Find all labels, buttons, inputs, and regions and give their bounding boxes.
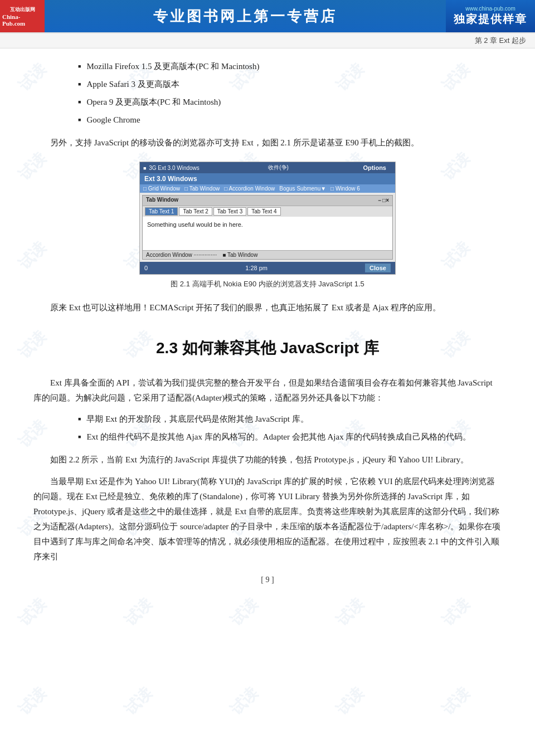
header-right-area: www.china-pub.com 独家提供样章 (446, 0, 535, 32)
menu-item-window6[interactable]: □ Window 6 (330, 186, 360, 192)
paragraph5: 当最早期 Ext 还是作为 Yahoo UI! Library(简称 YUI)的… (33, 474, 502, 564)
site-title: 专业图书网上第一专营店 (153, 7, 337, 26)
phone-menu-bar: □ Grid Window □ Tab Window □ Accordion W… (140, 184, 395, 193)
tab-content-area: Something useful would be in here. (143, 217, 392, 250)
list-item: 早期 Ext 的开发阶段，其底层代码是依附其他 JavaScript 库。 (78, 412, 502, 426)
tab-window: Tab Window －□× Tab Text 1 Tab Text 2 Tab… (142, 195, 393, 260)
figure-caption: 图 2.1 高端手机 Nokia E90 内嵌的浏览器支持 JavaScript… (171, 279, 364, 289)
list-item: Google Chrome (78, 113, 502, 126)
phone-status-icon: 收件(争) (268, 164, 289, 172)
paragraph3: Ext 库具备全面的 API，尝试着为我们提供完整的整合开发平台，但是如果结合遗… (33, 375, 502, 406)
header-title-area: 专业图书网上第一专营店 (45, 0, 446, 32)
section-heading: 2.3 如何兼容其他 JavaScript 库 (33, 338, 502, 359)
logo: 互动出版网 China-Pub.com (0, 0, 45, 32)
options-button[interactable]: Options (357, 163, 392, 172)
site-url: www.china-pub.com (465, 6, 515, 12)
intro-paragraph: 另外，支持 JavaScript 的移动设备的浏览器亦可支持 Ext，如图 2.… (33, 135, 502, 150)
phone-status-bar: ■ 3G Ext 3.0 Windows 收件(争) Options (140, 162, 395, 173)
phone-title-bar: Ext 3.0 Windows (140, 173, 395, 184)
watermark: 试读 (226, 683, 262, 720)
tab-3[interactable]: Tab Text 3 (213, 207, 246, 216)
watermark: 试读 (332, 683, 368, 720)
sample-label: 独家提供样章 (454, 12, 527, 27)
list-item: Ext 的组件代码不是按其他 Ajax 库的风格写的。Adapter 会把其他 … (78, 430, 502, 443)
tab-window-header: Tab Window －□× (143, 196, 392, 206)
logo-site-text: China-Pub.com (2, 13, 42, 27)
list-item: Apple Safari 3 及更高版本 (78, 77, 502, 91)
page-header: 互动出版网 China-Pub.com 专业图书网上第一专营店 www.chin… (0, 0, 535, 33)
chapter-bar: 第 2 章 Ext 起步 (0, 33, 535, 48)
main-content: Mozilla Firefox 1.5 及更高版本(PC 和 Macintosh… (0, 48, 535, 601)
accordion-item[interactable]: Accordion Window ··············· (146, 252, 217, 258)
close-button[interactable]: Close (365, 264, 391, 272)
watermark: 试读 (437, 683, 474, 720)
paragraph4: 如图 2.2 所示，当前 Ext 为流行的 JavaScript 库提供了功能的… (33, 452, 502, 467)
list-item: Opera 9 及更高版本(PC 和 Macintosh) (78, 95, 502, 109)
browser-list: Mozilla Firefox 1.5 及更高版本(PC 和 Macintosh… (78, 60, 502, 126)
adapter-list: 早期 Ext 的开发阶段，其底层代码是依附其他 JavaScript 库。 Ex… (78, 412, 502, 443)
menu-item-grid[interactable]: □ Grid Window (143, 186, 180, 192)
menu-item-accordion[interactable]: □ Accordion Window (224, 186, 275, 192)
tab-2[interactable]: Tab Text 2 (179, 207, 212, 216)
tab-window-item[interactable]: ■ Tab Window (222, 252, 257, 258)
figure-2-1: ■ 3G Ext 3.0 Windows 收件(争) Options Ext 3… (33, 162, 502, 289)
menu-item-bogus[interactable]: Bogus Submenu▼ (279, 186, 326, 192)
accordion-bar: Accordion Window ··············· ■ Tab W… (143, 250, 392, 259)
page-number: [ 9 ] (33, 575, 502, 584)
watermark: 试读 (14, 683, 51, 720)
list-item: Mozilla Firefox 1.5 及更高版本(PC 和 Macintosh… (78, 60, 502, 73)
phone-title-text: ■ 3G Ext 3.0 Windows (143, 165, 200, 171)
menu-item-tab[interactable]: □ Tab Window (184, 186, 220, 192)
paragraph2: 原来 Ext 也可以这样地用！ECMAScript 开拓了我们的眼界，也真正地拓… (33, 300, 502, 315)
watermark: 试读 (120, 683, 157, 720)
phone-screenshot: ■ 3G Ext 3.0 Windows 收件(争) Options Ext 3… (139, 162, 396, 275)
logo-top-text: 互动出版网 (10, 6, 35, 13)
tabs-row: Tab Text 1 Tab Text 2 Tab Text 3 Tab Tex… (143, 206, 392, 217)
phone-bottom-bar: 0 1:28 pm Close (140, 262, 395, 274)
tab-1[interactable]: Tab Text 1 (145, 207, 178, 216)
chapter-label: 第 2 章 Ext 起步 (475, 36, 526, 46)
tab-4[interactable]: Tab Text 4 (247, 207, 280, 216)
